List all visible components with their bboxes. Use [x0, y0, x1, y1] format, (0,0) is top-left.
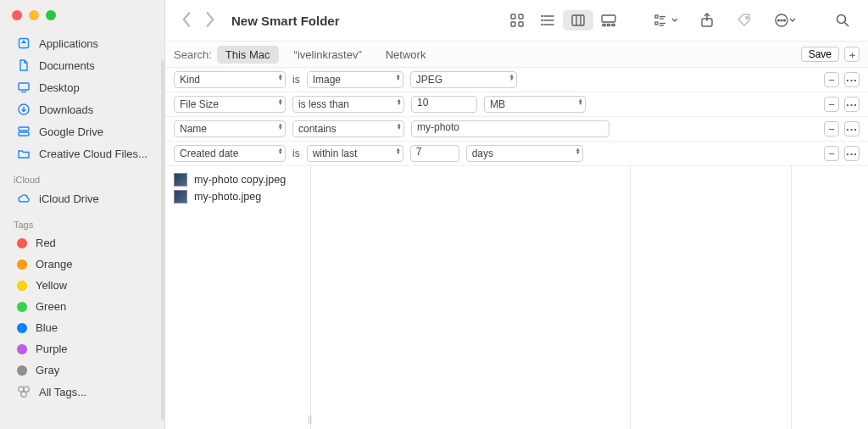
results-column[interactable]: my-photo copy.jpegmy-photo.jpeg: [165, 166, 311, 429]
select-value: Name: [180, 123, 207, 135]
sidebar-item-label: Desktop: [39, 81, 80, 94]
sidebar-tag-yellow[interactable]: Yellow: [0, 275, 164, 296]
sidebar-item-label: All Tags...: [39, 386, 86, 398]
criteria-select[interactable]: days▴▾: [466, 145, 583, 162]
sidebar-item-documents[interactable]: Documents: [0, 54, 164, 76]
sidebar-item-applications[interactable]: Applications: [0, 32, 164, 54]
action-button[interactable]: [766, 10, 804, 31]
save-button[interactable]: Save: [801, 47, 839, 62]
remove-criteria-button[interactable]: −: [824, 97, 839, 112]
zoom-icon[interactable]: [46, 10, 56, 20]
criteria-select[interactable]: Name▴▾: [174, 120, 286, 137]
sidebar-item-label: Downloads: [39, 103, 93, 116]
svg-point-8: [21, 392, 26, 397]
sidebar-item-google-drive[interactable]: Google Drive: [0, 120, 164, 142]
search-scope[interactable]: “ivelinkrastev”: [286, 46, 370, 64]
sidebar-item-label: iCloud Drive: [39, 192, 99, 205]
sidebar-tag-purple[interactable]: Purple: [0, 338, 164, 359]
tag-dot-icon: [17, 238, 27, 248]
back-button[interactable]: [181, 10, 192, 31]
criteria-select[interactable]: Created date▴▾: [174, 145, 286, 162]
sidebar: ApplicationsDocumentsDesktopDownloadsGoo…: [0, 0, 165, 429]
chevron-updown-icon: ▴▾: [279, 98, 282, 105]
criteria-options-button[interactable]: ···: [844, 146, 860, 161]
forward-button[interactable]: [204, 10, 216, 31]
search-button[interactable]: [827, 10, 858, 31]
chevron-updown-icon: ▴▾: [510, 74, 514, 81]
svg-point-36: [781, 20, 782, 21]
criteria-input[interactable]: my-photo: [411, 120, 609, 137]
add-criteria-button[interactable]: ＋: [844, 47, 860, 62]
file-item[interactable]: my-photo.jpeg: [165, 188, 310, 205]
svg-rect-24: [608, 25, 610, 26]
list-view-button[interactable]: [532, 10, 563, 31]
group-by-button[interactable]: [648, 10, 685, 31]
criteria-select[interactable]: JPEG▴▾: [410, 71, 517, 88]
file-thumbnail-icon: [174, 190, 187, 203]
sidebar-tag-red[interactable]: Red: [0, 232, 164, 254]
tag-dot-icon: [17, 302, 27, 312]
svg-rect-9: [511, 14, 515, 19]
criteria-options-button[interactable]: ···: [844, 72, 860, 87]
tag-button[interactable]: [729, 10, 760, 31]
select-value: days: [472, 148, 493, 159]
sidebar-tag-orange[interactable]: Orange: [0, 254, 164, 275]
criteria-select[interactable]: File Size▴▾: [174, 96, 286, 113]
svg-point-35: [778, 20, 780, 21]
select-value: MB: [490, 98, 505, 110]
toolbar: New Smart Folder: [165, 0, 868, 41]
remove-criteria-button[interactable]: −: [824, 146, 839, 161]
criteria-select[interactable]: MB▴▾: [484, 96, 586, 113]
remove-criteria-button[interactable]: −: [824, 72, 839, 87]
file-item[interactable]: my-photo copy.jpeg: [165, 171, 310, 188]
column-resize-handle[interactable]: ||: [308, 415, 312, 424]
column-view-button[interactable]: [563, 10, 593, 31]
svg-rect-27: [655, 22, 658, 25]
criteria-options-button[interactable]: ···: [844, 97, 860, 112]
criteria-row: Kind▴▾isImage▴▾JPEG▴▾−···: [165, 68, 868, 92]
sidebar-tag-blue[interactable]: Blue: [0, 317, 164, 338]
sidebar-item-desktop[interactable]: Desktop: [0, 76, 164, 98]
criteria-select[interactable]: Image▴▾: [307, 71, 403, 88]
sidebar-tag-green[interactable]: Green: [0, 296, 164, 317]
sidebar-item-all-tags[interactable]: All Tags...: [0, 381, 164, 403]
desktop-icon: [17, 81, 31, 94]
results-column-empty: [631, 166, 792, 429]
folder-icon: [17, 147, 31, 160]
criteria-select[interactable]: contains▴▾: [292, 120, 404, 137]
window-controls: [0, 7, 164, 32]
sidebar-item-label: Red: [36, 237, 56, 249]
criteria-input[interactable]: 10: [411, 96, 477, 113]
results-area: my-photo copy.jpegmy-photo.jpeg ||: [165, 166, 868, 429]
share-button[interactable]: [692, 10, 722, 31]
search-scope[interactable]: Network: [377, 46, 435, 64]
search-scope[interactable]: This Mac: [217, 46, 279, 64]
criteria-select[interactable]: within last▴▾: [307, 145, 403, 162]
criteria-row: Name▴▾contains▴▾my-photo−···: [165, 117, 868, 142]
criteria-select[interactable]: Kind▴▾: [174, 71, 286, 88]
minimize-icon[interactable]: [29, 10, 39, 20]
criteria-select[interactable]: is less than▴▾: [292, 96, 404, 113]
remove-criteria-button[interactable]: −: [824, 121, 839, 136]
sidebar-tag-gray[interactable]: Gray: [0, 359, 164, 381]
select-value: Kind: [180, 74, 200, 86]
close-icon[interactable]: [12, 10, 22, 20]
gallery-view-button[interactable]: [593, 10, 624, 31]
sidebar-item-downloads[interactable]: Downloads: [0, 98, 164, 120]
criteria-text: is: [292, 74, 300, 86]
sidebar-item-label: Gray: [36, 364, 59, 376]
svg-rect-23: [603, 25, 605, 26]
svg-rect-4: [19, 127, 29, 131]
svg-rect-11: [511, 22, 515, 26]
sidebar-item-icloud-drive[interactable]: iCloud Drive: [0, 187, 164, 209]
sidebar-item-label: Orange: [36, 258, 72, 270]
criteria-input[interactable]: 7: [410, 145, 459, 162]
downloads-icon: [17, 103, 31, 116]
drive-icon: [17, 125, 31, 138]
svg-rect-5: [19, 132, 29, 136]
sidebar-item-creative-cloud-files-[interactable]: Creative Cloud Files...: [0, 142, 164, 164]
criteria-options-button[interactable]: ···: [844, 121, 860, 136]
search-criteria: Kind▴▾isImage▴▾JPEG▴▾−···File Size▴▾is l…: [165, 68, 868, 166]
svg-rect-10: [519, 14, 523, 19]
icon-view-button[interactable]: [502, 10, 532, 31]
